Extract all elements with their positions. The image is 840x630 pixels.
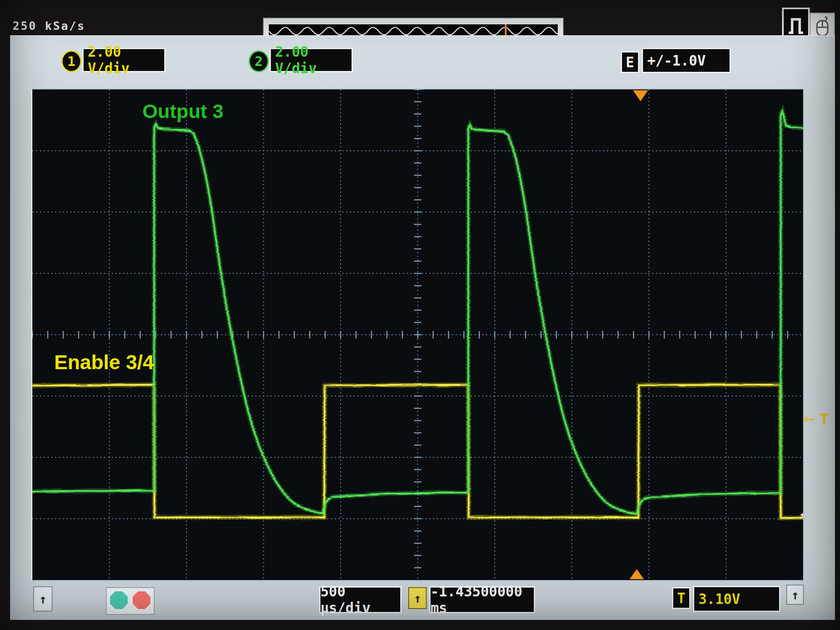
annotation-enable34: Enable 3/4 <box>54 351 154 374</box>
trigger-position-marker-top[interactable] <box>633 90 648 101</box>
trigger-level-marker[interactable]: ← T <box>803 411 829 427</box>
pattern-trigger-badge[interactable]: E <box>621 51 639 73</box>
trigger-level-readout[interactable]: 3.10V <box>693 586 780 612</box>
channel-2-scale-readout[interactable]: 2.00 V/div <box>270 48 353 72</box>
pulse-icon <box>788 14 804 36</box>
run-button[interactable] <box>110 591 128 609</box>
waveform-display[interactable]: 1 2 Output 3 Enable 3/4 <box>31 89 804 581</box>
oscilloscope-screen: { "header": { "sample_rate": "250 kSa/s"… <box>0 0 840 630</box>
graticule-grid <box>32 89 803 580</box>
channel-ground-marker: 1 2 <box>802 512 803 531</box>
trigger-position-marker-bottom <box>630 569 644 579</box>
delay-adjust-button[interactable]: ↑ <box>408 587 427 609</box>
timebase-readout[interactable]: 500 µs/div <box>319 586 402 613</box>
channel-1-badge[interactable]: 1 <box>61 50 81 72</box>
bottom-right-up-button[interactable]: ↑ <box>786 585 804 605</box>
stop-button[interactable] <box>133 591 150 609</box>
sample-rate-readout: 250 kSa/s <box>13 19 85 32</box>
annotation-output3: Output 3 <box>142 100 223 123</box>
trigger-badge[interactable]: T <box>672 587 690 609</box>
channel-2-badge[interactable]: 2 <box>249 50 269 72</box>
channel-1-scale-readout[interactable]: 2.00 V/div <box>82 48 165 72</box>
bottom-left-up-button[interactable]: ↑ <box>33 586 52 612</box>
delay-readout[interactable]: -1.43500000 ms <box>429 586 535 613</box>
pattern-trigger-readout[interactable]: +/-1.0V <box>642 48 731 73</box>
mouse-icon <box>815 16 830 37</box>
